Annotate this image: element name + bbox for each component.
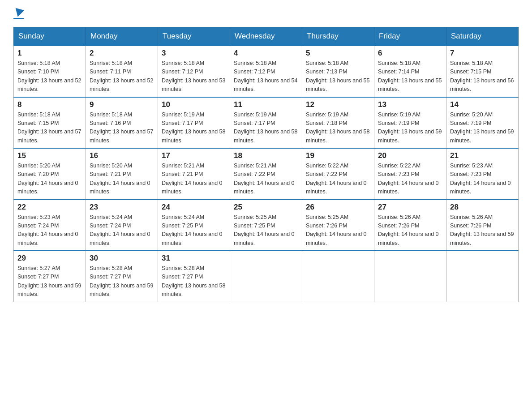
day-info: Sunrise: 5:18 AMSunset: 7:16 PMDaylight:… [90, 111, 154, 146]
day-number: 14 [450, 100, 515, 109]
page-header [13, 9, 519, 19]
day-number: 15 [17, 151, 82, 160]
calendar-cell: 1Sunrise: 5:18 AMSunset: 7:10 PMDaylight… [14, 46, 86, 97]
calendar-cell: 2Sunrise: 5:18 AMSunset: 7:11 PMDaylight… [86, 46, 158, 97]
day-info: Sunrise: 5:24 AMSunset: 7:24 PMDaylight:… [90, 213, 154, 248]
calendar-cell: 29Sunrise: 5:27 AMSunset: 7:27 PMDayligh… [14, 251, 86, 302]
day-info: Sunrise: 5:21 AMSunset: 7:21 PMDaylight:… [162, 162, 226, 197]
day-number: 2 [90, 49, 154, 58]
calendar-cell: 6Sunrise: 5:18 AMSunset: 7:14 PMDaylight… [374, 46, 446, 97]
calendar-cell: 5Sunrise: 5:18 AMSunset: 7:13 PMDaylight… [302, 46, 374, 97]
day-number: 31 [162, 254, 226, 263]
week-row-2: 8Sunrise: 5:18 AMSunset: 7:15 PMDaylight… [14, 97, 519, 149]
day-number: 1 [17, 49, 82, 58]
day-number: 4 [234, 49, 298, 58]
weekday-header-wednesday: Wednesday [230, 27, 302, 46]
calendar-cell: 10Sunrise: 5:19 AMSunset: 7:17 PMDayligh… [158, 97, 230, 149]
calendar-cell [230, 251, 302, 302]
day-info: Sunrise: 5:26 AMSunset: 7:26 PMDaylight:… [450, 213, 515, 248]
day-info: Sunrise: 5:18 AMSunset: 7:15 PMDaylight:… [450, 59, 515, 94]
calendar-cell: 17Sunrise: 5:21 AMSunset: 7:21 PMDayligh… [158, 148, 230, 200]
day-number: 10 [162, 100, 226, 109]
day-number: 19 [306, 151, 370, 160]
day-info: Sunrise: 5:20 AMSunset: 7:19 PMDaylight:… [450, 111, 515, 146]
calendar-cell [302, 251, 374, 302]
calendar-cell: 4Sunrise: 5:18 AMSunset: 7:12 PMDaylight… [230, 46, 302, 97]
calendar-cell: 31Sunrise: 5:28 AMSunset: 7:27 PMDayligh… [158, 251, 230, 302]
day-number: 3 [162, 49, 226, 58]
weekday-header-sunday: Sunday [14, 27, 86, 46]
day-info: Sunrise: 5:24 AMSunset: 7:25 PMDaylight:… [162, 213, 226, 248]
calendar-cell: 26Sunrise: 5:25 AMSunset: 7:26 PMDayligh… [302, 200, 374, 251]
week-row-5: 29Sunrise: 5:27 AMSunset: 7:27 PMDayligh… [14, 251, 519, 302]
day-info: Sunrise: 5:28 AMSunset: 7:27 PMDaylight:… [162, 264, 226, 299]
logo [13, 9, 24, 19]
day-number: 17 [162, 151, 226, 160]
calendar-cell: 15Sunrise: 5:20 AMSunset: 7:20 PMDayligh… [14, 148, 86, 200]
day-number: 30 [90, 254, 154, 263]
day-number: 11 [234, 100, 298, 109]
calendar-cell: 22Sunrise: 5:23 AMSunset: 7:24 PMDayligh… [14, 200, 86, 251]
week-row-4: 22Sunrise: 5:23 AMSunset: 7:24 PMDayligh… [14, 200, 519, 251]
day-number: 25 [234, 203, 298, 212]
day-info: Sunrise: 5:22 AMSunset: 7:23 PMDaylight:… [378, 162, 442, 197]
day-number: 18 [234, 151, 298, 160]
day-info: Sunrise: 5:25 AMSunset: 7:26 PMDaylight:… [306, 213, 370, 248]
day-info: Sunrise: 5:28 AMSunset: 7:27 PMDaylight:… [90, 264, 154, 299]
day-info: Sunrise: 5:22 AMSunset: 7:22 PMDaylight:… [306, 162, 370, 197]
calendar-cell: 11Sunrise: 5:19 AMSunset: 7:17 PMDayligh… [230, 97, 302, 149]
day-number: 22 [17, 203, 82, 212]
day-info: Sunrise: 5:18 AMSunset: 7:14 PMDaylight:… [378, 59, 442, 94]
calendar-cell: 9Sunrise: 5:18 AMSunset: 7:16 PMDaylight… [86, 97, 158, 149]
day-info: Sunrise: 5:20 AMSunset: 7:20 PMDaylight:… [17, 162, 82, 197]
day-info: Sunrise: 5:18 AMSunset: 7:11 PMDaylight:… [90, 59, 154, 94]
calendar-cell: 3Sunrise: 5:18 AMSunset: 7:12 PMDaylight… [158, 46, 230, 97]
day-info: Sunrise: 5:18 AMSunset: 7:15 PMDaylight:… [17, 111, 82, 146]
weekday-header-saturday: Saturday [446, 27, 519, 46]
day-info: Sunrise: 5:25 AMSunset: 7:25 PMDaylight:… [234, 213, 298, 248]
day-number: 28 [450, 203, 515, 212]
day-number: 12 [306, 100, 370, 109]
calendar-cell: 13Sunrise: 5:19 AMSunset: 7:19 PMDayligh… [374, 97, 446, 149]
calendar-cell: 19Sunrise: 5:22 AMSunset: 7:22 PMDayligh… [302, 148, 374, 200]
weekday-header-tuesday: Tuesday [158, 27, 230, 46]
calendar-cell: 12Sunrise: 5:19 AMSunset: 7:18 PMDayligh… [302, 97, 374, 149]
day-info: Sunrise: 5:18 AMSunset: 7:12 PMDaylight:… [234, 59, 298, 94]
calendar-cell: 27Sunrise: 5:26 AMSunset: 7:26 PMDayligh… [374, 200, 446, 251]
day-info: Sunrise: 5:18 AMSunset: 7:12 PMDaylight:… [162, 59, 226, 94]
day-number: 8 [17, 100, 82, 109]
day-info: Sunrise: 5:23 AMSunset: 7:23 PMDaylight:… [450, 162, 515, 197]
day-number: 9 [90, 100, 154, 109]
day-info: Sunrise: 5:19 AMSunset: 7:17 PMDaylight:… [162, 111, 226, 146]
week-row-1: 1Sunrise: 5:18 AMSunset: 7:10 PMDaylight… [14, 46, 519, 97]
day-number: 20 [378, 151, 442, 160]
day-number: 24 [162, 203, 226, 212]
day-info: Sunrise: 5:18 AMSunset: 7:10 PMDaylight:… [17, 59, 82, 94]
calendar-cell: 28Sunrise: 5:26 AMSunset: 7:26 PMDayligh… [446, 200, 519, 251]
logo-underline [13, 18, 24, 19]
weekday-header-row: SundayMondayTuesdayWednesdayThursdayFrid… [14, 27, 519, 46]
day-number: 26 [306, 203, 370, 212]
calendar-cell [374, 251, 446, 302]
day-info: Sunrise: 5:20 AMSunset: 7:21 PMDaylight:… [90, 162, 154, 197]
calendar-cell: 7Sunrise: 5:18 AMSunset: 7:15 PMDaylight… [446, 46, 519, 97]
calendar-cell: 8Sunrise: 5:18 AMSunset: 7:15 PMDaylight… [14, 97, 86, 149]
weekday-header-thursday: Thursday [302, 27, 374, 46]
day-number: 27 [378, 203, 442, 212]
calendar-cell: 30Sunrise: 5:28 AMSunset: 7:27 PMDayligh… [86, 251, 158, 302]
day-info: Sunrise: 5:19 AMSunset: 7:18 PMDaylight:… [306, 111, 370, 146]
day-info: Sunrise: 5:21 AMSunset: 7:22 PMDaylight:… [234, 162, 298, 197]
calendar-cell: 21Sunrise: 5:23 AMSunset: 7:23 PMDayligh… [446, 148, 519, 200]
day-number: 5 [306, 49, 370, 58]
day-info: Sunrise: 5:26 AMSunset: 7:26 PMDaylight:… [378, 213, 442, 248]
calendar-cell: 16Sunrise: 5:20 AMSunset: 7:21 PMDayligh… [86, 148, 158, 200]
calendar-cell: 20Sunrise: 5:22 AMSunset: 7:23 PMDayligh… [374, 148, 446, 200]
day-info: Sunrise: 5:19 AMSunset: 7:19 PMDaylight:… [378, 111, 442, 146]
day-number: 13 [378, 100, 442, 109]
calendar-cell: 23Sunrise: 5:24 AMSunset: 7:24 PMDayligh… [86, 200, 158, 251]
day-number: 23 [90, 203, 154, 212]
day-number: 29 [17, 254, 82, 263]
calendar-cell: 25Sunrise: 5:25 AMSunset: 7:25 PMDayligh… [230, 200, 302, 251]
day-info: Sunrise: 5:27 AMSunset: 7:27 PMDaylight:… [17, 264, 82, 299]
logo-triangle-icon [13, 8, 24, 18]
